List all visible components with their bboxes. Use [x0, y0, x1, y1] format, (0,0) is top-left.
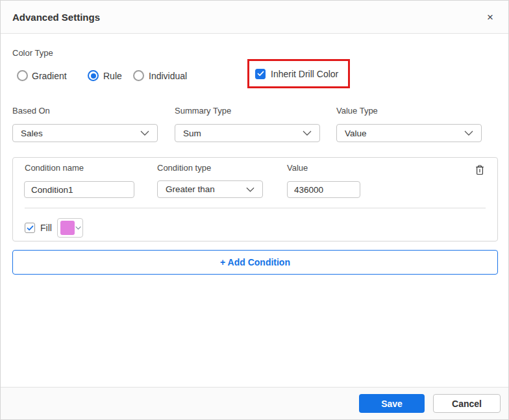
- chevron-down-icon: [303, 130, 312, 136]
- radio-rule-label[interactable]: Rule: [103, 71, 122, 81]
- delete-condition-button[interactable]: [473, 162, 487, 178]
- radio-individual[interactable]: [133, 70, 144, 81]
- fill-row: Fill: [25, 217, 83, 238]
- color-type-label: Color Type: [12, 48, 53, 58]
- condition-panel: Condition name Condition type Value Grea…: [12, 157, 498, 241]
- chevron-down-icon: [464, 130, 473, 136]
- chevron-down-icon: [246, 187, 255, 192]
- based-on-value: Sales: [21, 129, 43, 138]
- value-type-label: Value Type: [336, 106, 378, 116]
- checkmark-icon: [257, 71, 264, 77]
- condition-type-label: Condition type: [157, 163, 211, 173]
- value-type-value: Value: [345, 129, 367, 138]
- trash-icon: [475, 164, 485, 176]
- chevron-down-icon: [75, 226, 81, 230]
- fill-checkbox[interactable]: [25, 223, 35, 233]
- based-on-label: Based On: [12, 106, 50, 116]
- advanced-settings-dialog: Advanced Settings × Color Type Gradient …: [0, 0, 509, 420]
- checkmark-icon: [27, 225, 34, 231]
- condition-name-input[interactable]: [24, 181, 134, 198]
- condition-name-label: Condition name: [25, 163, 84, 173]
- summary-type-label: Summary Type: [175, 106, 231, 116]
- add-condition-button[interactable]: + Add Condition: [12, 250, 498, 275]
- inherit-drill-color-label[interactable]: Inherit Drill Color: [271, 69, 338, 79]
- cancel-button[interactable]: Cancel: [433, 394, 501, 413]
- save-button[interactable]: Save: [359, 394, 425, 413]
- red-highlight-box: Inherit Drill Color: [247, 59, 350, 88]
- chevron-down-icon: [140, 130, 149, 136]
- panel-divider: [25, 208, 486, 208]
- summary-type-value: Sum: [183, 129, 201, 138]
- fill-color-swatch: [60, 221, 75, 235]
- condition-value-input[interactable]: [287, 181, 360, 198]
- dialog-footer: Save Cancel: [1, 387, 508, 419]
- radio-rule[interactable]: [88, 70, 99, 81]
- close-icon[interactable]: ×: [478, 1, 502, 34]
- based-on-dropdown[interactable]: Sales: [12, 124, 158, 142]
- inherit-drill-color-checkbox[interactable]: [255, 69, 266, 79]
- condition-type-dropdown[interactable]: Greater than: [157, 180, 263, 198]
- fill-label: Fill: [40, 223, 52, 233]
- value-type-dropdown[interactable]: Value: [336, 124, 482, 142]
- radio-gradient[interactable]: [17, 70, 28, 81]
- radio-individual-label[interactable]: Individual: [149, 71, 187, 81]
- condition-type-value: Greater than: [166, 184, 215, 194]
- fill-color-picker[interactable]: [57, 218, 83, 238]
- summary-type-dropdown[interactable]: Sum: [175, 124, 320, 142]
- dialog-title: Advanced Settings: [12, 12, 100, 23]
- radio-gradient-label[interactable]: Gradient: [32, 71, 67, 81]
- dialog-header: Advanced Settings ×: [1, 1, 508, 34]
- condition-value-label: Value: [287, 163, 308, 173]
